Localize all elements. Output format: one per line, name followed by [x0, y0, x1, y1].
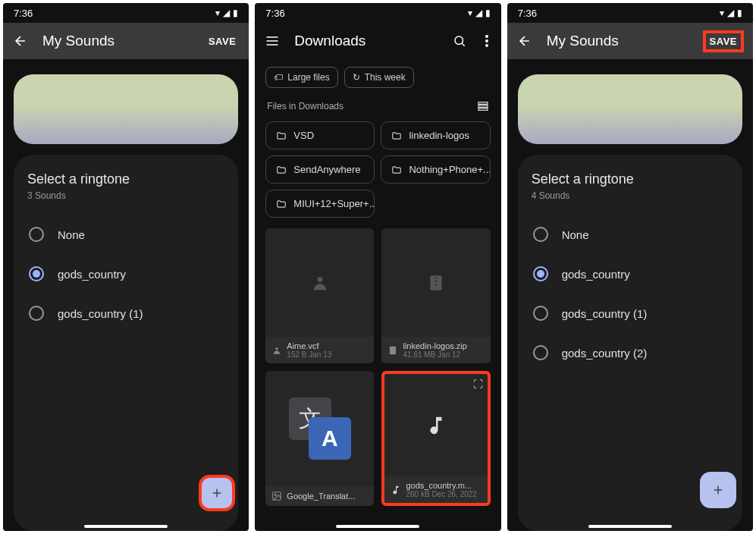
svg-rect-13	[390, 346, 396, 354]
back-icon[interactable]	[12, 33, 29, 49]
view-toggle-icon[interactable]	[477, 100, 489, 112]
option-label: gods_country	[58, 268, 126, 281]
battery-icon: ▮	[233, 8, 238, 18]
ringtone-option[interactable]: None	[532, 215, 729, 254]
save-button[interactable]: SAVE	[703, 30, 744, 52]
status-bar: 7:36 ▾ ◢ ▮	[255, 3, 500, 23]
folder-icon	[275, 199, 287, 209]
svg-point-2	[485, 39, 488, 42]
section-header: Files in Downloads	[255, 96, 500, 117]
page-title: Downloads	[294, 33, 437, 49]
file-name: gods_country.m...	[406, 481, 476, 490]
translate-icon: 文 A	[265, 371, 374, 486]
wifi-icon: ▾	[215, 8, 220, 18]
folder-item[interactable]: SendAnywhere	[265, 155, 375, 184]
ringtone-option[interactable]: gods_country (1)	[532, 294, 729, 333]
wifi-icon: ▾	[468, 8, 472, 18]
nav-pill	[588, 525, 672, 528]
file-sub: 260 kB Dec 26, 2022	[406, 490, 476, 498]
zip-icon	[381, 228, 490, 337]
app-bar: My Sounds SAVE	[3, 23, 249, 59]
battery-icon: ▮	[737, 8, 742, 18]
radio-icon	[29, 227, 44, 242]
folder-icon	[391, 165, 403, 175]
status-icons: ▾ ◢ ▮	[720, 8, 742, 18]
svg-point-1	[485, 35, 488, 38]
overflow-icon[interactable]	[482, 33, 492, 49]
app-bar: Downloads	[255, 23, 500, 59]
svg-point-8	[276, 347, 279, 350]
file-card[interactable]: Aime.vcf 152 B Jan 13	[265, 228, 374, 363]
add-fab[interactable]	[700, 472, 736, 508]
ringtone-option[interactable]: None	[27, 215, 224, 254]
clock: 7:36	[518, 8, 537, 19]
file-card-audio[interactable]: ⛶ gods_country.m... 260 kB Dec 26, 2022	[381, 371, 490, 506]
status-icons: ▾ ◢ ▮	[215, 8, 238, 18]
file-name: Google_Translat...	[287, 492, 355, 501]
card-title: Select a ringtone	[27, 171, 224, 187]
ringtone-option[interactable]: gods_country (2)	[532, 333, 729, 372]
radio-checked-icon	[29, 266, 44, 281]
signal-icon: ◢	[475, 8, 482, 18]
svg-point-3	[485, 44, 488, 47]
file-footer: Google_Translat...	[265, 486, 374, 506]
hero-banner	[518, 74, 742, 144]
hero-banner	[14, 74, 238, 144]
option-label: None	[562, 228, 589, 241]
folder-item[interactable]: MIUI+12+Super+...	[265, 190, 375, 218]
clock: 7:36	[14, 8, 33, 19]
wifi-icon: ▾	[720, 8, 724, 18]
add-fab[interactable]	[199, 475, 235, 511]
folder-item[interactable]: VSD	[265, 121, 375, 149]
search-icon[interactable]	[451, 33, 468, 49]
expand-icon: ⛶	[473, 379, 483, 390]
menu-icon[interactable]	[264, 33, 281, 49]
svg-rect-12	[435, 284, 437, 285]
screen-downloads: 7:36 ▾ ◢ ▮ Downloads 🏷 Large files ↻ Thi…	[255, 3, 500, 531]
back-icon[interactable]	[516, 33, 533, 49]
file-footer: gods_country.m... 260 kB Dec 26, 2022	[384, 476, 487, 503]
status-icons: ▾ ◢ ▮	[468, 8, 491, 18]
save-button[interactable]: SAVE	[205, 33, 240, 49]
card-subtitle: 4 Sounds	[532, 190, 729, 201]
radio-checked-icon	[533, 266, 548, 281]
file-name: linkedin-logos.zip	[403, 341, 466, 350]
status-bar: 7:36 ▾ ◢ ▮	[507, 3, 753, 23]
folder-icon	[275, 165, 287, 175]
tag-icon: 🏷	[274, 72, 283, 83]
radio-icon	[533, 345, 548, 360]
folder-item[interactable]: Nothing+Phone+...	[381, 155, 490, 184]
history-icon: ↻	[353, 72, 360, 83]
folder-item[interactable]: linkedin-logos	[381, 121, 490, 149]
screen-my-sounds-2: 7:36 ▾ ◢ ▮ My Sounds SAVE Select a ringt…	[507, 3, 753, 531]
music-small-icon	[391, 485, 401, 495]
option-label: gods_country (1)	[58, 307, 143, 320]
file-card[interactable]: 文 A Google_Translat...	[265, 371, 374, 506]
battery-icon: ▮	[485, 8, 491, 18]
ringtone-option[interactable]: gods_country (1)	[27, 294, 224, 333]
radio-icon	[29, 306, 44, 321]
page-title: My Sounds	[42, 33, 191, 49]
file-name: Aime.vcf	[287, 341, 331, 350]
ringtone-option[interactable]: gods_country	[532, 254, 729, 294]
option-label: None	[58, 228, 85, 241]
svg-rect-6	[478, 108, 488, 111]
file-card[interactable]: linkedin-logos.zip 41.61 MB Jan 12	[381, 228, 490, 363]
svg-rect-4	[478, 102, 488, 105]
svg-rect-11	[435, 280, 437, 281]
ringtone-option[interactable]: gods_country	[27, 254, 224, 294]
zip-small-icon	[387, 345, 398, 356]
screen-my-sounds-1: 7:36 ▾ ◢ ▮ My Sounds SAVE Select a ringt…	[3, 3, 249, 531]
folder-grid: VSD linkedin-logos SendAnywhere Nothing+…	[255, 117, 500, 222]
card-subtitle: 3 Sounds	[27, 190, 224, 201]
option-label: gods_country (1)	[562, 307, 648, 320]
file-sub: 152 B Jan 13	[287, 350, 331, 359]
clock: 7:36	[265, 8, 284, 19]
folder-icon	[275, 130, 287, 141]
svg-point-15	[274, 494, 276, 495]
chip-this-week[interactable]: ↻ This week	[344, 67, 414, 88]
file-footer: linkedin-logos.zip 41.61 MB Jan 12	[381, 337, 490, 363]
file-footer: Aime.vcf 152 B Jan 13	[265, 337, 374, 363]
chip-large-files[interactable]: 🏷 Large files	[265, 67, 337, 88]
contact-icon	[265, 228, 374, 337]
